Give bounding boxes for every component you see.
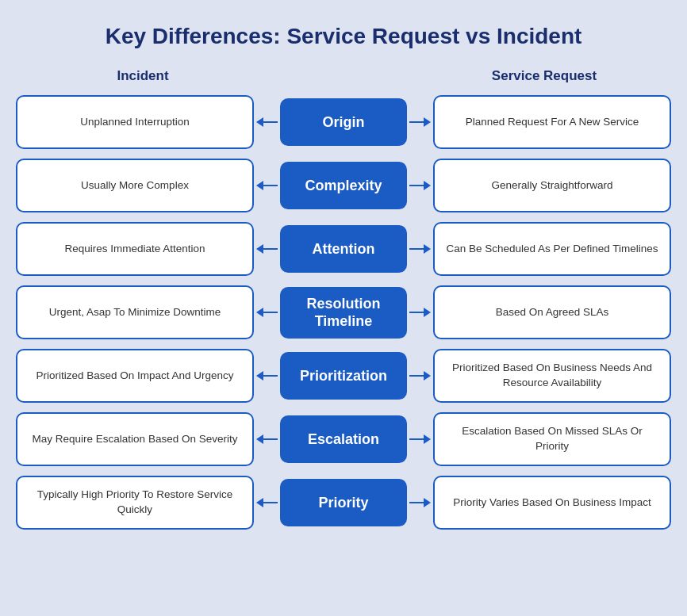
left-arrow-origin xyxy=(256,117,278,127)
left-arrow-priority xyxy=(256,498,278,507)
incident-cell-priority: Typically High Priority To Restore Servi… xyxy=(16,476,254,530)
incident-cell-complexity: Usually More Complex xyxy=(16,159,254,212)
incident-cell-escalation: May Require Escalation Based On Severity xyxy=(16,412,254,466)
main-container: Key Differences: Service Request vs Inci… xyxy=(16,24,671,530)
arrow-shaft-right-resolution xyxy=(409,312,424,313)
service-cell-priority: Priority Varies Based On Business Impact xyxy=(433,476,671,530)
arrow-shaft-left-complexity xyxy=(263,185,278,186)
service-cell-prioritization: Prioritized Based On Business Needs And … xyxy=(433,349,671,403)
comparison-row-escalation: May Require Escalation Based On Severity… xyxy=(16,412,671,466)
comparison-row-origin: Unplanned Interruption Origin Planned Re… xyxy=(16,95,671,149)
service-cell-escalation: Escalation Based On Missed SLAs Or Prior… xyxy=(433,412,671,466)
right-arrow-resolution xyxy=(409,308,431,317)
comparison-row-prioritization: Prioritized Based On Impact And Urgency … xyxy=(16,349,671,403)
service-cell-attention: Can Be Scheduled As Per Defined Timeline… xyxy=(433,222,671,276)
service-cell-origin: Planned Request For A New Service xyxy=(433,95,671,149)
comparison-row-attention: Requires Immediate Attention Attention C… xyxy=(16,222,671,276)
comparison-row-resolution: Urgent, Asap To Minimize Downtime Resolu… xyxy=(16,285,671,339)
arrowhead-left-complexity xyxy=(256,181,263,190)
arrowhead-right-origin xyxy=(424,117,431,127)
arrow-shaft-left-origin xyxy=(263,121,278,123)
left-arrow-complexity xyxy=(256,181,278,190)
center-label-prioritization: Prioritization xyxy=(280,352,407,400)
arrow-shaft-left-resolution xyxy=(263,312,278,313)
arrowhead-right-escalation xyxy=(424,434,431,444)
center-label-resolution: Resolution Timeline xyxy=(280,287,407,339)
arrowhead-left-escalation xyxy=(256,434,263,444)
arrow-shaft-right-priority xyxy=(409,502,424,503)
center-label-origin: Origin xyxy=(280,98,407,146)
center-label-attention: Attention xyxy=(280,225,407,273)
incident-cell-resolution: Urgent, Asap To Minimize Downtime xyxy=(16,285,254,339)
arrow-shaft-right-prioritization xyxy=(409,375,424,377)
incident-cell-origin: Unplanned Interruption xyxy=(16,95,254,149)
arrowhead-left-attention xyxy=(256,244,263,254)
center-label-escalation: Escalation xyxy=(280,415,407,463)
arrow-shaft-left-attention xyxy=(263,248,278,250)
arrowhead-right-priority xyxy=(424,498,431,507)
arrow-shaft-right-complexity xyxy=(409,185,424,186)
arrowhead-left-prioritization xyxy=(256,371,263,381)
page-title: Key Differences: Service Request vs Inci… xyxy=(16,24,671,49)
arrow-shaft-left-escalation xyxy=(263,438,278,440)
arrow-shaft-right-escalation xyxy=(409,438,424,440)
incident-column-header: Incident xyxy=(24,68,262,84)
arrowhead-left-origin xyxy=(256,117,263,127)
left-arrow-attention xyxy=(256,244,278,254)
comparison-row-priority: Typically High Priority To Restore Servi… xyxy=(16,476,671,530)
center-label-priority: Priority xyxy=(280,479,407,526)
right-arrow-attention xyxy=(409,244,431,254)
arrow-shaft-right-origin xyxy=(409,121,424,123)
center-label-complexity: Complexity xyxy=(280,162,407,209)
column-headers: Incident Service Request xyxy=(16,68,671,84)
arrow-shaft-left-priority xyxy=(263,502,278,503)
service-cell-resolution: Based On Agreed SLAs xyxy=(433,285,671,339)
arrowhead-right-resolution xyxy=(424,308,431,317)
arrowhead-right-prioritization xyxy=(424,371,431,381)
arrowhead-left-resolution xyxy=(256,308,263,317)
service-cell-complexity: Generally Straightforward xyxy=(433,159,671,212)
left-arrow-escalation xyxy=(256,434,278,444)
incident-cell-attention: Requires Immediate Attention xyxy=(16,222,254,276)
arrow-shaft-right-attention xyxy=(409,248,424,250)
right-arrow-complexity xyxy=(409,181,431,190)
incident-cell-prioritization: Prioritized Based On Impact And Urgency xyxy=(16,349,254,403)
comparison-row-complexity: Usually More Complex Complexity Generall… xyxy=(16,159,671,212)
right-arrow-prioritization xyxy=(409,371,431,381)
left-arrow-prioritization xyxy=(256,371,278,381)
comparison-rows: Unplanned Interruption Origin Planned Re… xyxy=(16,95,671,530)
right-arrow-origin xyxy=(409,117,431,127)
service-column-header: Service Request xyxy=(425,68,663,84)
arrowhead-right-complexity xyxy=(424,181,431,190)
right-arrow-priority xyxy=(409,498,431,507)
left-arrow-resolution xyxy=(256,308,278,317)
right-arrow-escalation xyxy=(409,434,431,444)
arrowhead-right-attention xyxy=(424,244,431,254)
arrow-shaft-left-prioritization xyxy=(263,375,278,377)
arrowhead-left-priority xyxy=(256,498,263,507)
